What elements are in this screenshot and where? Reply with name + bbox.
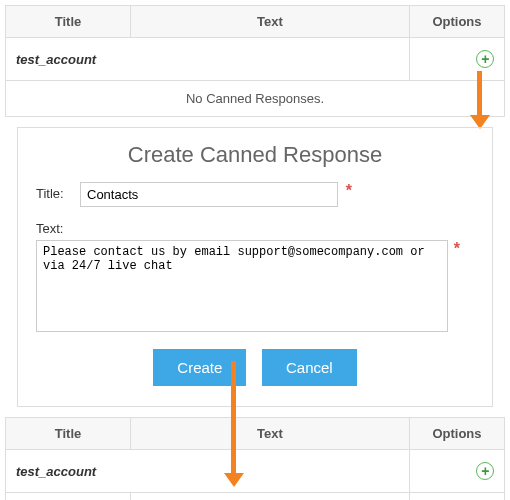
col-text: Text xyxy=(131,418,410,450)
row-title: Contacts xyxy=(6,493,131,501)
create-button[interactable]: Create xyxy=(153,349,246,386)
responses-table-top: Title Text Options test_account + No Can… xyxy=(5,5,505,117)
col-title: Title xyxy=(6,6,131,38)
required-indicator: * xyxy=(454,240,460,258)
col-title: Title xyxy=(6,418,131,450)
add-response-icon[interactable]: + xyxy=(476,50,494,68)
col-text: Text xyxy=(131,6,410,38)
create-panel: Create Canned Response Title: * Text: * … xyxy=(17,127,493,407)
title-label: Title: xyxy=(36,182,80,201)
col-options: Options xyxy=(410,418,505,450)
empty-message: No Canned Responses. xyxy=(6,81,505,117)
table-row: Contacts Please contact us by email supp… xyxy=(6,493,505,501)
text-label: Text: xyxy=(36,217,474,236)
add-response-icon[interactable]: + xyxy=(476,462,494,480)
cancel-button[interactable]: Cancel xyxy=(262,349,357,386)
account-name: test_account xyxy=(6,450,410,493)
panel-heading: Create Canned Response xyxy=(36,142,474,168)
responses-table-bottom: Title Text Options test_account + Contac… xyxy=(5,417,505,500)
col-options: Options xyxy=(410,6,505,38)
required-indicator: * xyxy=(346,182,352,200)
text-textarea[interactable] xyxy=(36,240,448,332)
account-name: test_account xyxy=(6,38,410,81)
title-input[interactable] xyxy=(80,182,338,207)
